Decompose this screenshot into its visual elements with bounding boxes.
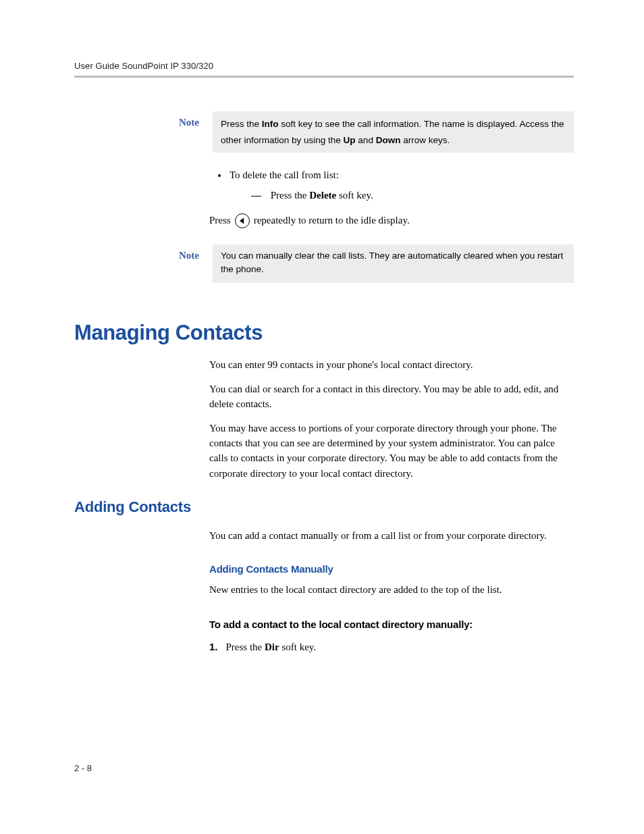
- page: User Guide SoundPoint IP 330/320 Note Pr…: [0, 0, 644, 834]
- bullet-item: To delete the call from list: — Press th…: [228, 167, 574, 203]
- bold-delete: Delete: [309, 190, 336, 201]
- bold-info: Info: [262, 119, 279, 129]
- bold-up: Up: [344, 135, 356, 145]
- text: Press: [209, 213, 231, 228]
- svg-marker-0: [240, 218, 244, 224]
- text: soft key.: [279, 642, 316, 652]
- bold-down: Down: [376, 135, 401, 145]
- delete-instructions: To delete the call from list: — Press th…: [209, 167, 574, 228]
- note-callout-clear: Note You can manually clear the call lis…: [74, 244, 574, 283]
- note-label: Note: [74, 111, 213, 128]
- adding-contacts-body: You can add a contact manually or from a…: [209, 528, 574, 654]
- bullet-text: To delete the call from list:: [230, 170, 339, 180]
- heading-managing-contacts: Managing Contacts: [74, 321, 574, 345]
- note-body: You can manually clear the call lists. T…: [213, 244, 574, 283]
- running-header: User Guide SoundPoint IP 330/320: [74, 61, 574, 78]
- text: soft key.: [336, 190, 373, 201]
- paragraph: You can dial or search for a contact in …: [209, 382, 574, 411]
- dash-icon: —: [251, 190, 261, 201]
- note-callout-info: Note Press the Info soft key to see the …: [74, 111, 574, 153]
- paragraph: You can add a contact manually or from a…: [209, 528, 574, 543]
- paragraph: You may have access to portions of your …: [209, 421, 574, 481]
- heading-adding-manually: Adding Contacts Manually: [209, 562, 574, 577]
- back-arrow-key-icon: [235, 213, 250, 228]
- note-body: Press the Info soft key to see the call …: [213, 111, 574, 153]
- press-back-line: Press repeatedly to return to the idle d…: [209, 213, 574, 228]
- note-label: Note: [74, 244, 213, 261]
- step-text: Press the Dir soft key.: [226, 640, 317, 654]
- text: and: [356, 135, 376, 145]
- text: Press the: [226, 642, 265, 652]
- bullet-list: To delete the call from list: — Press th…: [228, 167, 574, 203]
- bold-dir: Dir: [265, 642, 279, 652]
- text: arrow keys.: [400, 135, 450, 145]
- heading-adding-contacts: Adding Contacts: [74, 498, 574, 516]
- step-1: 1. Press the Dir soft key.: [209, 640, 574, 654]
- managing-contacts-body: You can enter 99 contacts in your phone'…: [209, 357, 574, 481]
- step-number: 1.: [209, 640, 218, 654]
- text: Press the: [221, 119, 262, 129]
- dash-subitem: — Press the Delete soft key.: [251, 188, 574, 203]
- text: repeatedly to return to the idle display…: [254, 213, 410, 228]
- paragraph: New entries to the local contact directo…: [209, 582, 574, 597]
- text: Press the: [271, 190, 310, 201]
- steps-title: To add a contact to the local contact di…: [209, 617, 574, 632]
- page-number: 2 - 8: [74, 763, 92, 773]
- paragraph: You can enter 99 contacts in your phone'…: [209, 357, 574, 372]
